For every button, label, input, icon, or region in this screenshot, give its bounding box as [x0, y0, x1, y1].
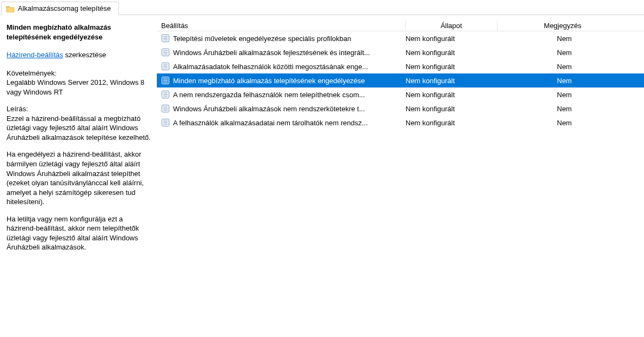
policy-icon: [161, 76, 170, 85]
list-item[interactable]: A felhasználók alkalmazásadatai nem táro…: [157, 116, 644, 130]
edit-policy-link[interactable]: Házirend-beállítás: [6, 51, 63, 59]
policy-icon: [161, 62, 170, 71]
list-item[interactable]: A nem rendszergazda felhasználók nem tel…: [157, 87, 644, 102]
content-area: Minden megbízható alkalmazás telepítésén…: [0, 15, 644, 337]
description-p1: Ezzel a házirend-beállítással a megbízha…: [6, 114, 151, 143]
setting-state: Nem konfigurált: [406, 35, 497, 43]
setting-state: Nem konfigurált: [406, 91, 497, 99]
policy-title: Minden megbízható alkalmazás telepítésén…: [6, 23, 151, 42]
setting-state: Nem konfigurált: [406, 105, 497, 113]
setting-state: Nem konfigurált: [406, 49, 497, 57]
setting-comment: Nem: [497, 77, 644, 85]
setting-comment: Nem: [497, 63, 644, 71]
setting-name: Windows Áruházbeli alkalmazások nem rend…: [173, 105, 406, 113]
details-pane: Minden megbízható alkalmazás telepítésén…: [0, 15, 157, 337]
setting-state: Nem konfigurált: [406, 63, 497, 71]
list-item[interactable]: Windows Áruházbeli alkalmazások nem rend…: [157, 102, 644, 116]
list-item[interactable]: Minden megbízható alkalmazás telepítésén…: [157, 73, 644, 87]
list-header: Beállítás Állapot Megjegyzés: [157, 15, 644, 31]
setting-state: Nem konfigurált: [406, 119, 497, 127]
setting-comment: Nem: [497, 119, 644, 127]
setting-name: Telepítési műveletek engedélyezése speci…: [173, 35, 406, 43]
column-header-comment[interactable]: Megjegyzés: [497, 21, 644, 31]
setting-name: A nem rendszergazda felhasználók nem tel…: [173, 91, 406, 99]
description-p2: Ha engedélyezi a házirend-beállítást, ak…: [6, 150, 151, 206]
column-header-setting[interactable]: Beállítás: [157, 21, 406, 31]
list-rows: Telepítési műveletek engedélyezése speci…: [157, 31, 644, 130]
edit-suffix: szerkesztése: [63, 51, 106, 59]
folder-icon: [6, 5, 15, 12]
setting-state: Nem konfigurált: [406, 77, 497, 85]
list-item[interactable]: Windows Áruházbeli alkalmazások fejleszt…: [157, 45, 644, 59]
tab-title: Alkalmazáscsomag telepítése: [18, 4, 111, 12]
setting-name: A felhasználók alkalmazásadatai nem táro…: [173, 119, 406, 127]
setting-comment: Nem: [497, 49, 644, 57]
column-header-state[interactable]: Állapot: [406, 21, 497, 31]
setting-name: Windows Áruházbeli alkalmazások fejleszt…: [173, 49, 406, 57]
active-tab[interactable]: Alkalmazáscsomag telepítése: [1, 2, 119, 15]
setting-name: Minden megbízható alkalmazás telepítésén…: [173, 77, 406, 85]
policy-icon: [161, 118, 170, 127]
policy-icon: [161, 90, 170, 99]
setting-comment: Nem: [497, 91, 644, 99]
requirements-heading: Követelmények:: [6, 69, 151, 78]
settings-list: Beállítás Állapot Megjegyzés Telepítési …: [157, 15, 644, 337]
setting-comment: Nem: [497, 105, 644, 113]
requirements-body: Legalább Windows Server 2012, Windows 8 …: [6, 78, 151, 97]
description-heading: Leírás:: [6, 104, 151, 114]
list-item[interactable]: Alkalmazásadatok felhasználók közötti me…: [157, 59, 644, 73]
setting-comment: Nem: [497, 35, 644, 43]
policy-icon: [161, 104, 170, 113]
policy-icon: [161, 48, 170, 57]
list-item[interactable]: Telepítési műveletek engedélyezése speci…: [157, 31, 644, 45]
description-p3: Ha letiltja vagy nem konfigurálja ezt a …: [6, 214, 151, 252]
setting-name: Alkalmazásadatok felhasználók közötti me…: [173, 63, 406, 71]
policy-icon: [161, 34, 170, 43]
tab-bar: Alkalmazáscsomag telepítése: [0, 0, 644, 15]
edit-line: Házirend-beállítás szerkesztése: [6, 50, 151, 60]
